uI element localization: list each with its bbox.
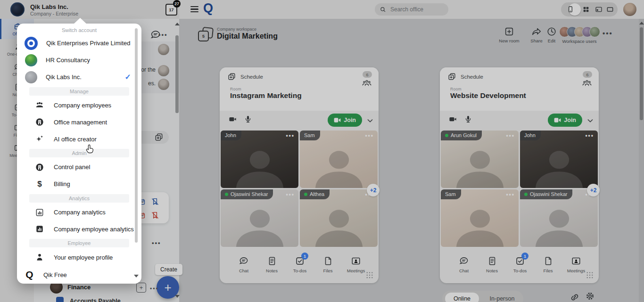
building-icon [35, 163, 44, 172]
menu-item-office-management[interactable]: Office management [17, 114, 141, 131]
check-icon: ✓ [125, 73, 131, 82]
menu-scroll-down-arrow[interactable] [134, 275, 139, 278]
menu-item-company-analytics[interactable]: Company analytics [17, 204, 141, 221]
menu-item-company-employee-analytics[interactable]: Company employee analytics [17, 221, 141, 238]
hr-consultancy-logo [25, 54, 37, 66]
menu-item-company-employees[interactable]: Company employees [17, 97, 141, 114]
qik-enterprises-logo [25, 37, 38, 50]
menu-section-manage: Manage [29, 87, 129, 96]
person-icon [35, 253, 44, 262]
menu-item-billing[interactable]: $ Billing [17, 176, 141, 193]
hand-cursor [85, 144, 96, 156]
menu-account-hr-consultancy[interactable]: HR Consultancy [17, 52, 141, 69]
menu-section-employee: Employee [29, 239, 129, 247]
app-screen: Qik Labs Inc. Company - Enterprise 17 27… [0, 0, 644, 302]
menu-account-qik-enterprises[interactable]: Qik Enterprises Private Limited [17, 35, 141, 52]
account-switcher-menu: Switch account Qik Enterprises Private L… [17, 24, 141, 284]
dropdown-pointer [74, 18, 87, 24]
menu-item-your-employee-profile[interactable]: Your employee profile [17, 249, 141, 266]
menu-item-ai-office-creator[interactable]: AI office creator [17, 131, 141, 147]
menu-scrollbar-thumb[interactable] [135, 28, 138, 243]
qik-labs-logo [25, 71, 37, 83]
menu-account-qik-labs[interactable]: Qik Labs Inc. ✓ [17, 69, 141, 86]
menu-section-admin: Admin [29, 149, 129, 157]
bar-chart-icon [35, 208, 44, 217]
menu-title: Switch account [17, 25, 141, 35]
bar-chart-filled-icon [35, 224, 44, 234]
menu-item-control-panel[interactable]: Control panel [17, 159, 141, 176]
dollar-icon: $ [35, 180, 44, 189]
building-icon [35, 117, 44, 127]
menu-section-analytics: Analytics [29, 194, 129, 203]
sparkles-icon [35, 134, 44, 144]
qik-free-logo: Q [24, 269, 35, 280]
menu-item-qik-free[interactable]: Q Qik Free [17, 266, 141, 284]
people-icon [35, 100, 44, 110]
